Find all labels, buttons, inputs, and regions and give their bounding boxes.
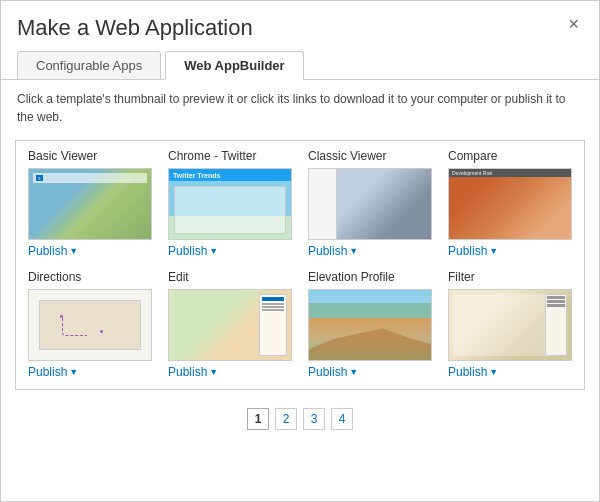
publish-arrow-icon: ▼ <box>69 246 78 256</box>
item-label-filter: Filter <box>448 270 572 284</box>
publish-label: Publish <box>28 244 67 258</box>
publish-link-directions[interactable]: Publish▼ <box>28 365 152 379</box>
templates-grid: Basic Viewer ≡ Publish▼Chrome - Twitter … <box>28 149 572 379</box>
page-btn-4[interactable]: 4 <box>331 408 353 430</box>
publish-label: Publish <box>28 365 67 379</box>
publish-label: Publish <box>448 244 487 258</box>
dialog-title: Make a Web Application <box>17 15 253 41</box>
grid-item-compare: Compare Development Risk Publish▼ <box>448 149 572 258</box>
item-label-compare: Compare <box>448 149 572 163</box>
publish-arrow-icon: ▼ <box>489 246 498 256</box>
item-label-chrome-twitter: Chrome - Twitter <box>168 149 292 163</box>
item-label-edit: Edit <box>168 270 292 284</box>
pagination: 1234 <box>1 400 599 442</box>
grid-item-filter: Filter Publish▼ <box>448 270 572 379</box>
publish-link-chrome-twitter[interactable]: Publish▼ <box>168 244 292 258</box>
svg-marker-0 <box>309 329 431 361</box>
item-label-basic-viewer: Basic Viewer <box>28 149 152 163</box>
tab-webappbuilder[interactable]: Web AppBuilder <box>165 51 303 80</box>
publish-link-filter[interactable]: Publish▼ <box>448 365 572 379</box>
publish-label: Publish <box>168 365 207 379</box>
item-label-directions: Directions <box>28 270 152 284</box>
thumbnail-edit[interactable] <box>168 289 292 361</box>
make-web-app-dialog: Make a Web Application × Configurable Ap… <box>0 0 600 502</box>
publish-arrow-icon: ▼ <box>349 367 358 377</box>
thumbnail-directions[interactable] <box>28 289 152 361</box>
item-label-elevation-profile: Elevation Profile <box>308 270 432 284</box>
thumbnail-chrome-twitter[interactable]: Twitter Trends <box>168 168 292 240</box>
close-button[interactable]: × <box>564 15 583 33</box>
dialog-header: Make a Web Application × <box>1 1 599 51</box>
publish-label: Publish <box>168 244 207 258</box>
thumbnail-basic-viewer[interactable]: ≡ <box>28 168 152 240</box>
thumbnail-filter[interactable] <box>448 289 572 361</box>
thumbnail-elevation-profile[interactable] <box>308 289 432 361</box>
tab-configurable[interactable]: Configurable Apps <box>17 51 161 79</box>
publish-link-basic-viewer[interactable]: Publish▼ <box>28 244 152 258</box>
grid-item-edit: Edit Publish▼ <box>168 270 292 379</box>
publish-link-classic-viewer[interactable]: Publish▼ <box>308 244 432 258</box>
publish-arrow-icon: ▼ <box>349 246 358 256</box>
item-label-classic-viewer: Classic Viewer <box>308 149 432 163</box>
publish-link-compare[interactable]: Publish▼ <box>448 244 572 258</box>
thumbnail-compare[interactable]: Development Risk <box>448 168 572 240</box>
page-btn-3[interactable]: 3 <box>303 408 325 430</box>
grid-item-directions: Directions Publish▼ <box>28 270 152 379</box>
tab-bar: Configurable AppsWeb AppBuilder <box>1 51 599 80</box>
grid-item-chrome-twitter: Chrome - Twitter Twitter Trends Publish▼ <box>168 149 292 258</box>
publish-arrow-icon: ▼ <box>489 367 498 377</box>
publish-arrow-icon: ▼ <box>69 367 78 377</box>
publish-label: Publish <box>448 365 487 379</box>
templates-grid-container: Basic Viewer ≡ Publish▼Chrome - Twitter … <box>15 140 585 390</box>
publish-link-edit[interactable]: Publish▼ <box>168 365 292 379</box>
publish-arrow-icon: ▼ <box>209 367 218 377</box>
description-text: Click a template's thumbnail to preview … <box>1 80 599 136</box>
thumbnail-classic-viewer[interactable] <box>308 168 432 240</box>
publish-label: Publish <box>308 244 347 258</box>
grid-item-basic-viewer: Basic Viewer ≡ Publish▼ <box>28 149 152 258</box>
publish-label: Publish <box>308 365 347 379</box>
publish-arrow-icon: ▼ <box>209 246 218 256</box>
grid-item-classic-viewer: Classic Viewer Publish▼ <box>308 149 432 258</box>
publish-link-elevation-profile[interactable]: Publish▼ <box>308 365 432 379</box>
page-btn-2[interactable]: 2 <box>275 408 297 430</box>
grid-item-elevation-profile: Elevation Profile Publish▼ <box>308 270 432 379</box>
page-btn-1[interactable]: 1 <box>247 408 269 430</box>
